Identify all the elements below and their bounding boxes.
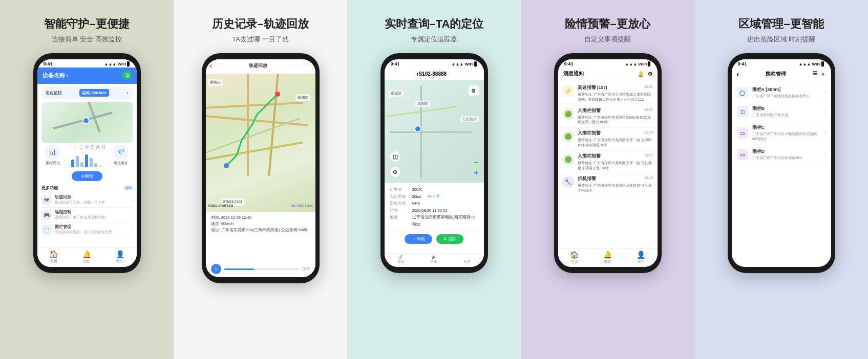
item-desc: 历史轨迹可回放，去哪一目了然 xyxy=(55,200,105,205)
remote-icon: 🎮 xyxy=(41,210,52,220)
fence-circle-icon: ◯ xyxy=(737,87,748,98)
p3-device-id: S102-88888 xyxy=(419,71,447,77)
p5-fence-item-a[interactable]: ◯ 围栏A [300m] 广东省广州市黄埔区旌旗路靠着香山 › xyxy=(732,83,831,102)
nav-messages[interactable]: 🔔 消息 xyxy=(82,250,91,264)
phone-mockup-2: 17:50 ▲▲▲ ▊▊ ‹ 轨迹回放 xyxy=(202,53,320,283)
alert-time: 12:13 xyxy=(644,176,653,182)
p4-alert-highway[interactable]: ⚡ 高速报警 (157) 12:51 报警地址: 广东省广州市天河区青城大道西部… xyxy=(558,82,658,105)
p3-timestamp: 2020/08/26 11:30:51 xyxy=(412,207,448,214)
panel-1-subtitle: 连接简单 安全 高效监控 xyxy=(52,35,122,44)
play-progress-fill xyxy=(224,268,254,270)
p2-info-time: 时间: 2022-12-09 12:40 xyxy=(211,215,310,221)
p1-power-button[interactable] xyxy=(122,71,132,80)
item-title: 轨迹回放 xyxy=(55,195,105,200)
alert-desc: 报警地址: 广东省深圳市龙岗区东环二路 全绿时代柱 标点测近35米 xyxy=(578,138,653,148)
p4-alert-fence-1[interactable]: 🟢 入围栏报警 12:21 报警地址: 广东省深圳市龙岗区S360(布龙路)深圳… xyxy=(558,105,658,128)
nav-label: 首页 xyxy=(571,259,578,264)
premium-icon: 💎 xyxy=(114,145,128,159)
p2-info-addr: 地址: 广东省东莞市G94(三角环线高速) 公处东南166米 xyxy=(211,227,310,233)
p4-alert-dismantle[interactable]: 🔧 拆机报警 12:13 报警地址: 广东省深圳市龙华区龙桂路97-4 油桂文创… xyxy=(558,173,658,196)
p3-map-road-h xyxy=(390,131,472,133)
map-area-label: 观湖院 xyxy=(415,101,430,107)
relocate-button[interactable]: ⊕ xyxy=(390,166,401,177)
panel-3-title: 实时查询–TA的定位 xyxy=(385,16,484,32)
nav-profile[interactable]: 👤 我的 xyxy=(116,250,124,264)
p4-nav-messages[interactable]: 🔔 消息 xyxy=(603,251,612,264)
play-status-label: 正常 xyxy=(302,266,310,272)
bell-icon: 🔔 xyxy=(603,251,612,259)
fence-addr: 广东省广州市天河区林德路48号 xyxy=(752,155,820,161)
nav-more[interactable]: ⋯更多 xyxy=(463,255,471,264)
p4-settings-icon[interactable]: ⚙ xyxy=(648,71,652,77)
p3-track-button[interactable]: ⬇ 追踪 xyxy=(436,234,463,244)
layers-button[interactable]: ◫ xyxy=(390,151,401,162)
nav-home[interactable]: 🏠 首页 xyxy=(49,250,58,264)
home-icon: 🏠 xyxy=(49,250,58,258)
nav-connect[interactable]: 🔗连接 xyxy=(397,255,405,264)
alert-title: 入围栏报警 xyxy=(578,130,601,137)
phone-mockup-1: 9:41 ▲▲▲ WiFi ▊ 设备名称 › 定位监控 运动 52KM/H › … xyxy=(33,53,141,273)
p5-fence-item-d[interactable]: ▭ 围栏D 广东省广州市天河区林德路48号 › xyxy=(732,145,831,164)
p4-header-title: 消息通知 xyxy=(563,70,584,77)
p1-more-item-fence[interactable]: ⬚ 围栏管理 区域指令如围栏，进出区域触发报警 › xyxy=(41,222,133,237)
p5-fence-item-b[interactable]: ◻ 围栏B 广东省黄埔区开泰大道 › xyxy=(732,102,831,121)
status-bar-4: 9:41 ▲▲▲ WiFi ▊ xyxy=(558,59,658,68)
weekly-report-icon: 📊 xyxy=(46,145,60,159)
fence-addr: 广东省黄埔区开泰大道 xyxy=(752,113,820,118)
navigate-icon: ↗ xyxy=(412,237,415,241)
p1-speed-badge: 运动 52KM/H xyxy=(79,89,109,97)
zoom-in-button[interactable]: + xyxy=(474,168,478,177)
bar-chart-bar xyxy=(90,158,93,167)
p1-service-weekly[interactable]: 📊 重程周报 xyxy=(46,145,60,167)
alert-title: 拆机报警 xyxy=(578,176,596,182)
bell-icon: 🔔 xyxy=(82,250,91,258)
p5-fence-item-c[interactable]: ▭ 围栏C 广东省广州市天河区小鹏新能源容昆路的98号附近 › xyxy=(732,121,831,145)
alert-title: 入围栏报警 xyxy=(578,108,601,114)
p4-alert-fence-2[interactable]: 🟢 入围栏报警 12:20 报警地址: 广东省深圳市龙岗区东环二路 全绿时代柱 … xyxy=(558,128,658,151)
p5-header-title: 围栏管理 xyxy=(766,71,786,78)
nav-label: 消息 xyxy=(604,259,611,264)
fence-name: 围栏C xyxy=(752,124,820,131)
p5-add-fence-button[interactable]: ＋ xyxy=(820,71,825,78)
map-settings-button[interactable]: ⚙ xyxy=(469,85,479,96)
p2-header-title: 轨迹回放 xyxy=(212,62,304,69)
status-bar-5: 9:41 ▲▲▲ WiFi ▊ xyxy=(732,59,831,68)
play-progress-track[interactable] xyxy=(224,268,299,270)
route-id-label: S16L-655724 xyxy=(208,204,233,208)
p1-service-premium[interactable]: 💎 增值服务 xyxy=(114,145,128,167)
panel-realtime: 实时查询–TA的定位 专属定位追踪器 9:41 ▲▲▲ WiFi ▊ ‹ S10… xyxy=(347,0,521,359)
p2-info-speed: 速度: 90km/h xyxy=(211,221,310,227)
nav-profile-label: 我的 xyxy=(116,259,123,264)
p4-alert-list: ⚡ 高速报警 (157) 12:51 报警地址: 广东省广州市天河区青城大道西部… xyxy=(558,80,658,198)
p4-bell-icon[interactable]: 🔔 xyxy=(638,71,644,77)
alert-desc: 报警地址: 广东省深圳市龙华区东环一路 天虹购物 东环店东北100米 xyxy=(578,161,653,171)
p1-more-edit-button[interactable]: 编辑 xyxy=(124,185,133,191)
bar-chart-bar xyxy=(71,160,74,167)
arrow-right-icon: › xyxy=(824,90,825,96)
panel-history: 历史记录–轨迹回放 TA去过哪 一目了然 17:50 ▲▲▲ ▊▊ ‹ 轨迹回放 xyxy=(174,0,347,359)
p4-alert-fence-3[interactable]: 🟢 入围栏报警 12:07 报警地址: 广东省深圳市龙华区东环一路 天虹购物 东… xyxy=(558,151,658,174)
p3-more-icon[interactable]: ⋮ xyxy=(447,71,452,77)
bar-chart-bar xyxy=(99,165,102,167)
p3-distance: 300米 xyxy=(412,186,423,193)
p5-back-button[interactable]: ‹ xyxy=(737,70,739,78)
p3-navigate-button[interactable]: ↗ 导航 xyxy=(405,234,432,244)
p1-more-item-remote[interactable]: 🎮 远程控制 远程指令一键下发 实现远程控制 › xyxy=(41,208,133,222)
nav-volume[interactable]: 🔊音量 xyxy=(430,255,437,264)
p4-app-header: 消息通知 🔔 ⚙ xyxy=(558,68,658,80)
play-pause-button[interactable]: ⏸ xyxy=(211,264,221,274)
p1-unlock-button[interactable]: 去解锁 xyxy=(72,171,102,181)
p4-nav-home[interactable]: 🏠 首页 xyxy=(570,251,579,264)
p1-app-header: 设备名称 › xyxy=(37,68,137,84)
p1-more-title: 更多功能 xyxy=(41,185,58,191)
p5-list-view-icon[interactable]: ☰ xyxy=(813,71,817,78)
fence-addr: 广东省广州市天河区小鹏新能源容昆路的98号附近 xyxy=(752,131,820,142)
phone-mockup-4: 9:41 ▲▲▲ WiFi ▊ 消息通知 🔔 ⚙ ⚡ 高速报警 (157) 12… xyxy=(554,53,662,273)
p1-more-item-trajectory[interactable]: 🗺 轨迹回放 历史轨迹可回放，去哪一目了然 › xyxy=(41,193,133,208)
alert-time: 12:21 xyxy=(644,108,653,114)
item-title: 围栏管理 xyxy=(55,225,112,230)
p4-nav-profile[interactable]: 👤 我的 xyxy=(637,251,645,264)
item-desc: 区域指令如围栏，进出区域触发报警 xyxy=(55,230,112,235)
zoom-out-button[interactable]: − xyxy=(474,158,478,167)
arrow-right-icon: › xyxy=(824,152,825,158)
